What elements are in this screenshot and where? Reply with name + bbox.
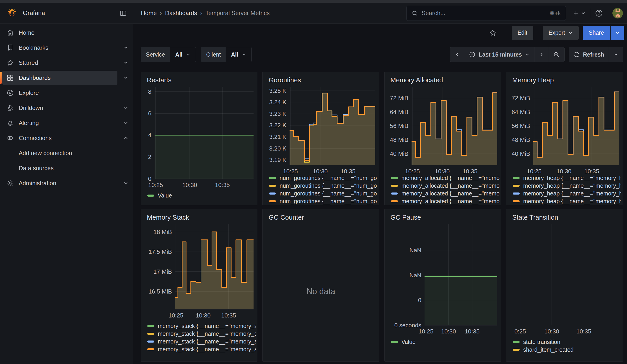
sidebar-item-home[interactable]: Home: [0, 25, 133, 40]
sidebar-item-label: Home: [19, 29, 34, 36]
chevron-up-icon[interactable]: [119, 135, 133, 141]
clock-icon: [469, 51, 476, 58]
refresh-interval-chevron-icon[interactable]: [609, 47, 623, 62]
legend-item[interactable]: memory_heap {__name__="memory_h: [513, 182, 621, 190]
sidebar-item-label: Data sources: [19, 165, 53, 172]
legend-item[interactable]: num_goroutines {__name__="num_go: [269, 190, 377, 197]
sidebar-item-alerting[interactable]: Alerting: [0, 115, 133, 130]
refresh-button[interactable]: Refresh: [569, 47, 609, 62]
legend-item[interactable]: shard_item_created: [513, 346, 621, 354]
zoom-out-button[interactable]: [548, 47, 564, 62]
svg-text:8: 8: [148, 88, 151, 95]
svg-text:40 MiB: 40 MiB: [390, 150, 408, 157]
gc-pause-chart[interactable]: NaNNaN00 seconds10:2510:3010:35: [385, 221, 501, 336]
variable-label: Client: [201, 47, 226, 62]
help-icon[interactable]: [595, 9, 603, 17]
svg-text:3.23 K: 3.23 K: [269, 110, 287, 117]
sidebar-item-dashboards[interactable]: Dashboards: [0, 70, 133, 85]
sidebar-toggle-icon[interactable]: [119, 9, 127, 17]
share-menu-chevron-icon[interactable]: [611, 26, 624, 40]
time-shift-back-button[interactable]: [450, 47, 464, 62]
compass-icon: [6, 89, 14, 97]
chevron-down-icon[interactable]: [119, 181, 133, 186]
legend-item[interactable]: memory_allocated {__name__="memo: [391, 182, 500, 190]
legend-swatch: [513, 185, 520, 187]
legend-item[interactable]: memory_allocated {__name__="memo: [391, 190, 500, 197]
panel-title: GC Pause: [385, 209, 501, 221]
legend-item[interactable]: memory_heap {__name__="memory_h: [513, 190, 621, 197]
breadcrumb-dashboards[interactable]: Dashboards: [165, 9, 197, 17]
time-shift-forward-button[interactable]: [534, 47, 548, 62]
sidebar-item-label: Administration: [19, 180, 56, 187]
svg-text:10:25: 10:25: [168, 312, 183, 319]
legend-item[interactable]: num_goroutines {__name__="num_go: [269, 182, 377, 190]
chevron-down-icon[interactable]: [119, 45, 133, 50]
sidebar-item-bookmarks[interactable]: Bookmarks: [0, 40, 133, 55]
legend-label: memory_heap {__name__="memory_h: [523, 182, 621, 189]
legend-swatch: [147, 333, 154, 335]
svg-text:10:25: 10:25: [418, 328, 433, 335]
chevron-down-icon[interactable]: [119, 105, 133, 110]
svg-text:72 MiB: 72 MiB: [512, 95, 530, 102]
legend-item[interactable]: memory_allocated {__name__="memo: [391, 197, 500, 205]
favorite-star-icon[interactable]: [483, 29, 502, 37]
export-button[interactable]: Export: [543, 26, 579, 40]
edit-button[interactable]: Edit: [512, 26, 533, 40]
legend-item[interactable]: memory_heap {__name__="memory_h: [513, 197, 621, 205]
legend-item[interactable]: memory_stack {__name__="memory_s: [147, 330, 256, 338]
sidebar-item-connections[interactable]: Connections: [0, 130, 133, 146]
add-button[interactable]: [572, 9, 579, 17]
svg-text:10:35: 10:35: [584, 168, 599, 175]
legend-item[interactable]: memory_stack {__name__="memory_s: [147, 322, 256, 330]
sidebar-item-administration[interactable]: Administration: [0, 176, 133, 191]
svg-text:4: 4: [148, 132, 151, 139]
sidebar-item-data-sources[interactable]: Data sources: [0, 160, 133, 176]
legend-item[interactable]: state transition: [513, 338, 621, 346]
legend-label: num_goroutines {__name__="num_go: [279, 190, 377, 197]
svg-text:10:35: 10:35: [221, 312, 236, 319]
search-input[interactable]: Search... ⌘+k: [406, 6, 566, 21]
chevron-left-icon: [455, 52, 459, 57]
memory-allocated-chart[interactable]: 72 MiB64 MiB56 MiB48 MiB40 MiB10:2510:30…: [385, 84, 501, 172]
legend-item[interactable]: memory_stack {__name__="memory_s: [147, 338, 256, 345]
legend-swatch: [269, 185, 276, 187]
memory-heap-chart[interactable]: 72 MiB64 MiB56 MiB48 MiB40 MiB10:2510:30…: [506, 84, 623, 172]
sidebar-item-add-new-connection[interactable]: Add new connection: [0, 146, 133, 160]
share-button-label: Share: [589, 29, 604, 36]
divider: [608, 8, 608, 18]
restarts-chart[interactable]: 8642010:2510:3010:35: [141, 84, 257, 189]
panel-legend: num_goroutines {__name__="num_gonum_goro…: [263, 172, 379, 205]
panel-legend: memory_allocated {__name__="memomemory_a…: [385, 172, 501, 205]
svg-text:10:25: 10:25: [148, 182, 163, 188]
chevron-down-icon[interactable]: [119, 120, 133, 125]
variable-service-select[interactable]: All: [170, 47, 196, 62]
sidebar-item-starred[interactable]: Starred: [0, 55, 133, 70]
goroutines-chart[interactable]: 3.25 K3.24 K3.23 K3.22 K3.21 K3.20 K3.19…: [263, 84, 379, 172]
breadcrumb-home[interactable]: Home: [141, 9, 157, 17]
grafana-logo-icon: [7, 8, 17, 18]
chevron-down-icon[interactable]: [119, 60, 133, 65]
svg-text:NaN: NaN: [409, 272, 421, 279]
legend-item[interactable]: Value: [391, 338, 500, 346]
window-top-strip: [0, 0, 627, 3]
chevron-down-icon[interactable]: [581, 11, 585, 15]
variable-client-select[interactable]: All: [226, 47, 252, 62]
drilldown-icon: [6, 104, 14, 112]
chevron-down-icon[interactable]: [119, 75, 133, 80]
avatar[interactable]: [612, 8, 623, 18]
memory-stack-chart[interactable]: 18 MiB17.5 MiB17 MiB16.5 MiB10:2510:3010…: [141, 221, 257, 320]
share-button[interactable]: Share: [583, 26, 610, 40]
legend-item[interactable]: memory_stack {__name__="memory_s: [147, 345, 256, 353]
time-range-picker[interactable]: Last 15 minutes: [464, 47, 534, 62]
state-transition-chart[interactable]: 0:2510:3010:35: [506, 221, 623, 336]
legend-item[interactable]: num_goroutines {__name__="num_go: [269, 197, 377, 205]
svg-text:16.5 MiB: 16.5 MiB: [149, 288, 172, 295]
sidebar-item-explore[interactable]: Explore: [0, 85, 133, 100]
legend-swatch: [513, 349, 520, 351]
legend-item[interactable]: Value: [147, 192, 256, 199]
svg-text:10:30: 10:30: [544, 328, 559, 335]
sidebar-item-drilldown[interactable]: Drilldown: [0, 100, 133, 115]
sidebar-item-label: Alerting: [19, 119, 39, 127]
chevron-down-icon: [242, 52, 247, 57]
svg-text:0 seconds: 0 seconds: [394, 322, 421, 329]
